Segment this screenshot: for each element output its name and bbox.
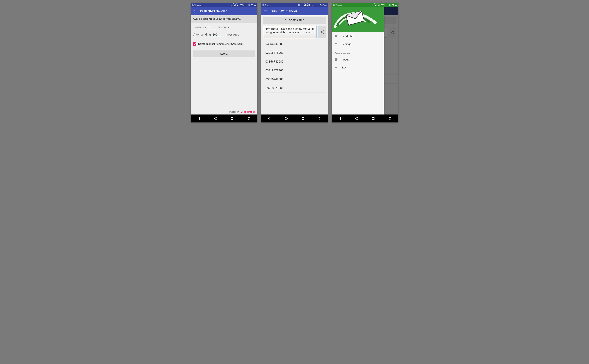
appbar-title: Bulk SMS Sender [271,9,297,13]
status-bar: Hfone WARID|Warid 3G 2G 89% 5:38 pm [191,3,257,7]
nav-back-icon[interactable] [338,117,342,121]
svg-point-0 [214,117,217,120]
signal-3g-icon: 3G [234,4,236,6]
list-item[interactable]: 03356742080 [263,39,326,48]
clock-label: 5:37 pm [320,4,327,6]
delete-number-checkbox-row[interactable]: Delete Number from file After SMS Sent [191,41,257,47]
drawer-item-send-sms[interactable]: Send SMS [332,32,384,40]
nav-back-icon[interactable] [267,117,272,121]
clock-label: 5:37 pm [390,4,397,6]
send-button[interactable] [318,26,326,38]
after-row: After sending messages [194,32,254,37]
section-heading: Avoid blocking your Chip from spam... [191,15,257,23]
list-item[interactable]: 03218878961 [263,66,326,75]
wifi-icon [371,4,374,6]
svg-rect-14 [372,117,374,119]
checkbox-label: Delete Number from file After SMS Sent [198,43,242,46]
numbers-list: 03356742080 03218878961 03356742080 0321… [263,39,326,93]
carrier-label: Hfone WARID|Warid [262,3,271,7]
system-nav-bar [261,115,328,123]
alarm-icon [227,4,230,6]
phone-send-screen: Hfone WARID|Warid 3G 2G 90% 5:37 pm Bulk… [261,3,328,123]
drawer-item-settings[interactable]: Settings [332,40,384,48]
alarm-icon [368,4,371,6]
nav-back-icon[interactable] [197,117,201,121]
back-arrow-icon[interactable] [193,9,197,13]
list-item[interactable]: 03356742080 [263,75,326,84]
system-nav-bar [332,115,398,123]
nav-home-icon[interactable] [214,117,218,121]
wifi-icon [230,4,233,6]
status-bar: Hfone WARID|Warid 3G 2G 90% 5:37 pm [332,3,398,7]
after-label-pre: After sending [194,33,211,36]
phone-settings-screen: Hfone WARID|Warid 3G 2G 89% 5:38 pm Bulk… [191,3,257,123]
app-bar: Bulk SMS Sender [191,7,257,15]
list-item[interactable]: 03356742080 [263,57,326,66]
checkbox-checked-icon[interactable] [193,42,196,46]
drawer-item-about[interactable]: About [332,56,384,64]
appbar-title: Bulk SMS Sender [200,9,227,13]
send-icon [320,30,324,34]
footer-credit: Powered by: Coding Infinite [228,110,255,113]
signal-3g-icon: 3G [304,4,306,6]
app-logo-icon [332,7,384,32]
choose-file-button[interactable]: CHOOSE A FILE [263,17,326,24]
svg-point-9 [336,45,336,45]
svg-rect-6 [335,35,337,37]
nav-recent-icon[interactable] [230,117,234,121]
battery-icon [386,4,389,6]
drawer-screen-content: Send SMS Settings Communicate About Exit [332,7,398,115]
nav-menu-down-icon[interactable] [247,117,251,121]
message-textarea[interactable]: Hey There, This is the dummy text & I'm … [263,26,317,38]
status-bar: Hfone WARID|Warid 3G 2G 90% 5:37 pm [261,3,328,7]
battery-icon [245,4,248,6]
drawer-item-label: About [342,58,349,61]
pause-label-post: seconds [218,26,229,29]
drawer-item-label: Exit [342,66,346,69]
footer-link[interactable]: Coding Infinite [241,110,255,113]
list-item[interactable]: 03218878961 [263,48,326,57]
svg-point-12 [336,59,336,59]
pause-seconds-input[interactable] [207,25,216,29]
nav-home-icon[interactable] [355,117,359,121]
list-item[interactable]: 03218878961 [263,84,326,93]
drawer-section-label: Communicate [332,50,384,56]
app-bar: Bulk SMS Sender [261,7,328,15]
nav-home-icon[interactable] [284,117,288,121]
carrier-label: Hfone WARID|Warid [192,3,201,7]
signal-2g-icon: 2G [307,4,310,6]
signal-2g-icon: 2G [378,4,380,6]
system-nav-bar [191,115,257,123]
nav-menu-down-icon[interactable] [317,117,322,121]
alarm-icon [298,4,300,6]
svg-point-8 [337,44,337,44]
info-icon [335,58,338,61]
save-button[interactable]: SAVE [193,51,255,57]
drawer-item-exit[interactable]: Exit [332,64,384,72]
exit-arrow-icon [335,66,338,69]
nav-recent-icon[interactable] [301,117,305,121]
clock-label: 5:38 pm [249,4,256,6]
drawer-item-label: Settings [342,43,351,46]
battery-icon [315,4,319,6]
battery-percent: 89% [240,4,244,6]
wifi-icon [301,4,303,6]
send-content: CHOOSE A FILE Hey There, This is the dum… [261,15,328,115]
carrier-label: Hfone WARID|Warid [333,3,342,7]
svg-rect-3 [302,117,304,119]
svg-point-2 [285,117,287,120]
signal-2g-icon: 2G [237,4,239,6]
nav-menu-down-icon[interactable] [388,117,392,121]
svg-rect-1 [231,117,233,119]
svg-point-13 [356,117,358,120]
nav-recent-icon[interactable] [371,117,375,121]
hamburger-menu-icon[interactable] [263,9,267,13]
svg-point-7 [335,43,336,44]
after-count-input[interactable] [212,32,224,37]
send-sms-icon [335,34,338,38]
signal-3g-icon: 3G [375,4,377,6]
navigation-drawer: Send SMS Settings Communicate About Exit [332,7,384,115]
pause-row: Pause for seconds [194,25,254,29]
pause-label-pre: Pause for [194,26,206,29]
drawer-item-label: Send SMS [342,35,354,38]
